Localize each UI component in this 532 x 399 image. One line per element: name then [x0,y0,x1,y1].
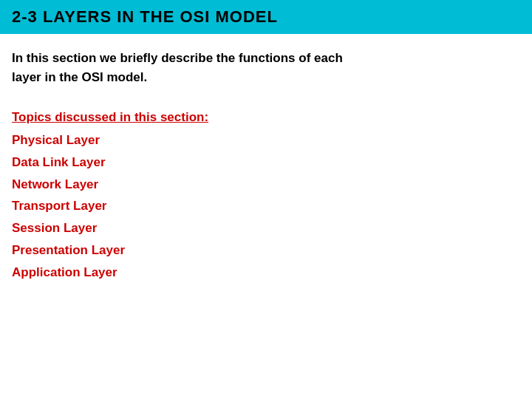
intro-text: In this section we briefly describe the … [12,49,520,86]
page-title: 2-3 LAYERS IN THE OSI MODEL [12,7,278,27]
list-item: Session Layer [12,217,520,239]
content-area: In this section we briefly describe the … [0,34,532,295]
topics-list: Physical LayerData Link LayerNetwork Lay… [12,129,520,283]
header-bar: 2-3 LAYERS IN THE OSI MODEL [0,0,532,34]
intro-line1: In this section we briefly describe the … [12,51,343,65]
list-item: Data Link Layer [12,151,520,174]
list-item: Application Layer [12,262,520,284]
list-item: Physical Layer [12,129,520,151]
list-item: Network Layer [12,174,520,196]
list-item: Presentation Layer [12,239,520,262]
topics-heading: Topics discussed in this section: [12,110,520,125]
intro-line2: layer in the OSI model. [12,70,147,84]
list-item: Transport Layer [12,195,520,217]
